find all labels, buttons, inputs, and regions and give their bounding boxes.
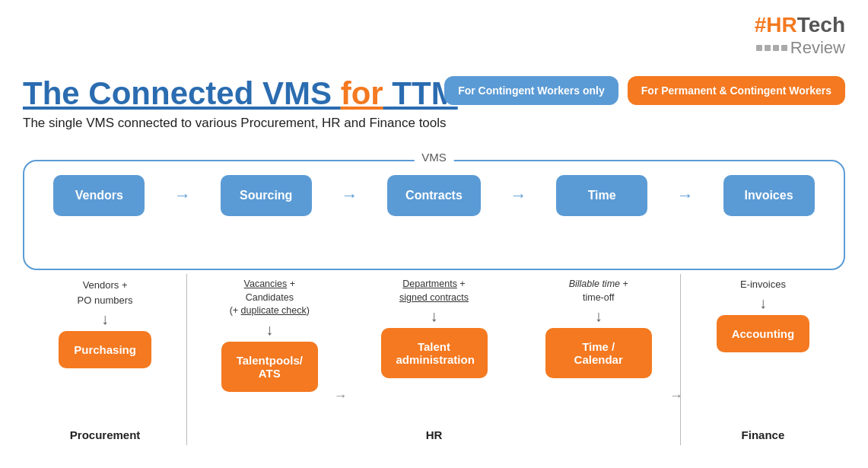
diagram: VMS Vendors → Sourcing → Contracts → Tim…: [15, 152, 853, 453]
procurement-down-arrow: ↓: [101, 310, 109, 328]
vms-box: VMS Vendors → Sourcing → Contracts → Tim…: [23, 160, 845, 270]
col-talentpools: Vacancies +Candidates(+ duplicate check)…: [187, 274, 351, 445]
arrow-3: →: [510, 186, 526, 205]
arrow-2: →: [341, 186, 358, 205]
col-finance: E-invoices ↓ Accounting Finance: [681, 274, 845, 445]
arrow-4: →: [677, 186, 694, 205]
vms-node-invoices: Invoices: [723, 175, 815, 216]
logo-tech: Tech: [797, 13, 845, 37]
talentpools-down-arrow: ↓: [265, 321, 273, 339]
talentpools-node: Talentpools/ATS: [221, 342, 318, 392]
logo-hash: #HR: [755, 13, 797, 37]
talent-admin-conn-text: Departments +signed contracts: [399, 278, 469, 304]
vms-label: VMS: [414, 151, 454, 164]
logo-review: Review: [790, 39, 845, 57]
talent-admin-node: Talentadministration: [381, 328, 488, 378]
badge-permanent-contingent: For Permanent & Contingent Workers: [628, 76, 845, 105]
subtitle: The single VMS connected to various Proc…: [23, 116, 845, 131]
vms-node-sourcing: Sourcing: [221, 175, 312, 216]
accounting-node: Accounting: [717, 315, 810, 352]
finance-label: Finance: [742, 428, 785, 441]
col-procurement: Vendors +PO numbers ↓ Purchasing Procure…: [23, 274, 187, 445]
vms-node-vendors: Vendors: [53, 175, 145, 216]
col-time-calendar: Billable time +time-off ↓ Time / Calenda…: [517, 274, 681, 445]
badges: For Contingent Workers only For Permanen…: [444, 76, 845, 105]
procurement-label: Procurement: [70, 428, 141, 441]
hr-label: HR: [426, 428, 443, 441]
procurement-conn-text: Vendors +PO numbers: [78, 278, 133, 307]
col-talent-admin: Departments +signed contracts ↓ Talentad…: [351, 274, 516, 445]
main-title: The Connected VMS for TTM: [23, 75, 458, 111]
finance-conn-text: E-invoices: [740, 278, 786, 291]
time-calendar-node: Time / Calendar: [545, 328, 652, 378]
vms-nodes: Vendors → Sourcing → Contracts → Time → …: [24, 175, 844, 216]
purchasing-node: Purchasing: [59, 331, 151, 368]
vms-node-time: Time: [556, 175, 647, 216]
finance-down-arrow: ↓: [759, 294, 767, 312]
talent-admin-down-arrow: ↓: [431, 307, 438, 325]
talentpools-conn-text: Vacancies +Candidates(+ duplicate check): [230, 278, 310, 318]
vms-node-contracts: Contracts: [387, 175, 481, 216]
time-conn-text: Billable time +time-off: [569, 278, 628, 304]
badge-contingent-only: For Contingent Workers only: [444, 76, 618, 105]
time-down-arrow: ↓: [595, 307, 603, 325]
logo: #HRTech Review: [755, 14, 845, 57]
arrow-1: →: [174, 186, 191, 205]
